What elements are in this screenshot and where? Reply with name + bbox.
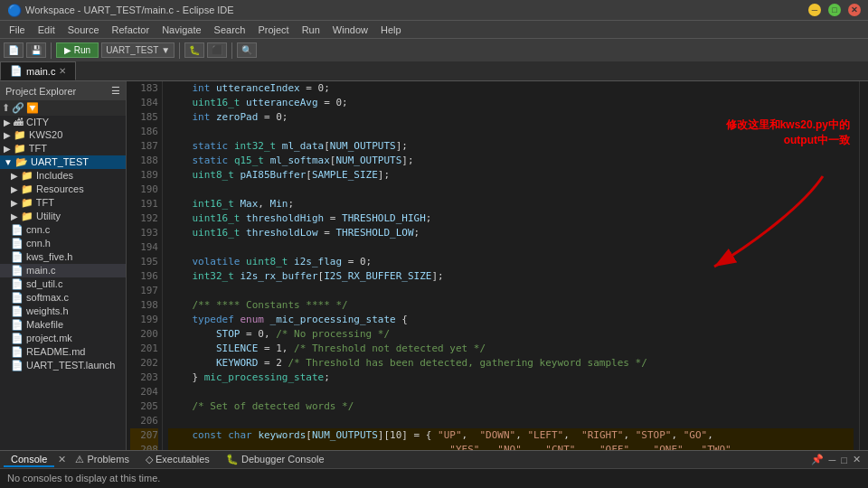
sidebar-toolbar: ⬆ 🔗 🔽: [0, 100, 126, 116]
tree-item-label: 📂 UART_TEST: [15, 156, 89, 168]
separator-2: [179, 42, 180, 59]
tree-item-cnn-h[interactable]: 📄 cnn.h: [0, 237, 126, 250]
tree-item-label: 🏙 CITY: [14, 117, 49, 127]
tree-item-label: 📄 kws_five.h: [11, 251, 72, 263]
expand-icon: ▶: [4, 117, 11, 127]
sidebar-menu-icon[interactable]: ☰: [111, 85, 120, 97]
console-minimize-icon[interactable]: ─: [829, 455, 836, 465]
tree-item-kws-five-h[interactable]: 📄 kws_five.h: [0, 250, 126, 264]
tree-item-label: 📄 README.md: [11, 346, 85, 358]
titlebar: 🔵 Workspace - UART_TEST/main.c - Eclipse…: [0, 0, 868, 20]
console-tab-debugger[interactable]: 🐛 Debugger Console: [219, 453, 332, 466]
separator-1: [51, 42, 52, 59]
console-tab-executables[interactable]: ◇ Executables: [138, 453, 217, 466]
console-maximize-icon[interactable]: □: [841, 455, 847, 465]
tree-item-label: 📁 KWS20: [14, 129, 62, 141]
separator-3: [231, 42, 232, 59]
tree-item-city[interactable]: ▶ 🏙 CITY: [0, 116, 126, 128]
collapse-icon[interactable]: ⬆: [2, 102, 10, 114]
link-icon[interactable]: 🔗: [12, 102, 24, 114]
menu-item-source[interactable]: Source: [62, 23, 105, 36]
tree-item-cnn-c[interactable]: 📄 cnn.c: [0, 223, 126, 237]
tree-item-main-c[interactable]: 📄 main.c: [0, 264, 126, 277]
console-tab-close[interactable]: ✕: [58, 454, 66, 465]
line-numbers: 183 184 185 186 187 188 189 190 191 192 …: [127, 81, 163, 450]
expand-icon: ▶: [4, 144, 11, 154]
tree-item-label: 📁 Resources: [21, 183, 84, 195]
tree-item-project-mk[interactable]: 📄 project.mk: [0, 332, 126, 345]
menu-item-navigate[interactable]: Navigate: [156, 23, 206, 36]
tree-item-label: 📄 cnn.h: [11, 238, 51, 249]
code-content[interactable]: int utteranceIndex = 0; uint16_t utteran…: [163, 81, 859, 450]
menu-item-help[interactable]: Help: [375, 23, 407, 36]
console-content: No consoles to display at this time.: [0, 469, 868, 487]
console-tabs: Console ✕ ⚠ Problems ◇ Executables 🐛 Deb…: [0, 451, 868, 469]
tree-item-sd-util-c[interactable]: 📄 sd_util.c: [0, 277, 126, 291]
search-button[interactable]: 🔍: [237, 42, 257, 58]
tree-item-label: 📄 main.c: [11, 265, 55, 277]
expand-icon: ▶: [11, 184, 18, 194]
menu-item-window[interactable]: Window: [327, 23, 373, 36]
project-dropdown[interactable]: UART_TEST ▼: [101, 42, 175, 58]
menu-item-file[interactable]: File: [4, 23, 31, 36]
titlebar-left: 🔵 Workspace - UART_TEST/main.c - Eclipse…: [7, 4, 234, 17]
maximize-button[interactable]: □: [828, 4, 841, 16]
titlebar-title: Workspace - UART_TEST/main.c - Eclipse I…: [25, 5, 234, 15]
tree-item-label: 📁 Includes: [21, 170, 73, 182]
tree-item-label: 📄 cnn.c: [11, 224, 50, 236]
titlebar-controls: ─ □ ✕: [808, 4, 861, 16]
expand-icon: ▶: [11, 198, 18, 208]
editor-tab-main[interactable]: 📄 main.c ✕: [0, 61, 76, 80]
menu-item-project[interactable]: Project: [252, 23, 294, 36]
save-button[interactable]: 💾: [26, 42, 46, 58]
minimap: [859, 81, 868, 450]
main-area: Project Explorer ☰ ⬆ 🔗 🔽 ▶ 🏙 CITY ▶ 📁 KW…: [0, 81, 868, 450]
sidebar-header: Project Explorer ☰: [0, 81, 126, 100]
code-editor: 183 184 185 186 187 188 189 190 191 192 …: [127, 81, 859, 450]
minimize-button[interactable]: ─: [808, 4, 821, 16]
tree-item-utility[interactable]: ▶ 📁 Utility: [0, 210, 126, 223]
tree-item-uart-launch[interactable]: 📄 UART_TEST.launch: [0, 359, 126, 372]
tab-close-icon[interactable]: ✕: [59, 66, 66, 76]
close-button[interactable]: ✕: [848, 4, 861, 16]
tree-item-label: 📁 Utility: [21, 211, 61, 222]
menu-item-run[interactable]: Run: [297, 23, 326, 36]
menu-item-edit[interactable]: Edit: [33, 23, 61, 36]
menu-item-refactor[interactable]: Refactor: [107, 23, 156, 36]
tree-item-kws20[interactable]: ▶ 📁 KWS20: [0, 128, 126, 142]
expand-icon: ▶: [11, 171, 18, 181]
console-pin-icon[interactable]: 📌: [811, 454, 824, 465]
tree-item-includes[interactable]: ▶ 📁 Includes: [0, 169, 126, 183]
run-button[interactable]: ▶ Run: [56, 42, 99, 58]
eclipse-icon: 🔵: [7, 4, 22, 17]
console-panel: Console ✕ ⚠ Problems ◇ Executables 🐛 Deb…: [0, 450, 868, 488]
tree-item-softmax-c[interactable]: 📄 softmax.c: [0, 291, 126, 305]
editor-content[interactable]: 183 184 185 186 187 188 189 190 191 192 …: [127, 81, 859, 450]
expand-icon: ▼: [4, 157, 13, 167]
tree-item-uart-test[interactable]: ▼ 📂 UART_TEST: [0, 155, 126, 169]
debug-button[interactable]: 🐛: [184, 42, 204, 58]
tab-icon: 📄: [10, 65, 23, 77]
filter-icon[interactable]: 🔽: [26, 102, 39, 114]
tree-item-label: 📁 TFT: [21, 197, 54, 209]
tree-item-tft-root[interactable]: ▶ 📁 TFT: [0, 142, 126, 155]
tree-item-label: 📁 TFT: [14, 143, 47, 155]
tree-item-label: 📄 Makefile: [11, 319, 63, 331]
tree-item-resources[interactable]: ▶ 📁 Resources: [0, 183, 126, 196]
tree-item-weights-h[interactable]: 📄 weights.h: [0, 305, 126, 318]
tree-item-readme[interactable]: 📄 README.md: [0, 345, 126, 359]
new-button[interactable]: 📄: [4, 42, 24, 58]
console-tab-console[interactable]: Console: [4, 453, 54, 467]
project-explorer: Project Explorer ☰ ⬆ 🔗 🔽 ▶ 🏙 CITY ▶ 📁 KW…: [0, 81, 127, 450]
stop-button[interactable]: ⬛: [207, 42, 227, 58]
tree-item-tft[interactable]: ▶ 📁 TFT: [0, 196, 126, 210]
console-tab-problems[interactable]: ⚠ Problems: [68, 453, 137, 466]
tree-item-makefile[interactable]: 📄 Makefile: [0, 318, 126, 332]
tree-item-label: 📄 weights.h: [11, 305, 69, 317]
project-name: UART_TEST: [106, 45, 158, 55]
toolbar: 📄 💾 ▶ Run UART_TEST ▼ 🐛 ⬛ 🔍: [0, 38, 868, 61]
tree-item-label: 📄 UART_TEST.launch: [11, 360, 115, 371]
expand-icon: ▶: [4, 130, 11, 140]
console-close-icon[interactable]: ✕: [853, 454, 861, 465]
menu-item-search[interactable]: Search: [209, 23, 251, 36]
